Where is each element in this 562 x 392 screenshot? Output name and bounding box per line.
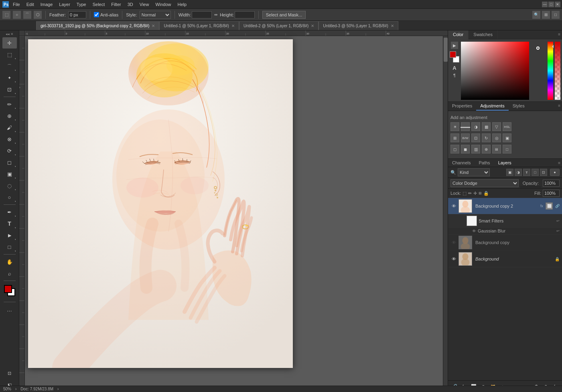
layer-mask-icon-1[interactable]: ⬜ bbox=[546, 202, 553, 210]
filter-shape-icon[interactable]: □ bbox=[532, 169, 539, 176]
adj-panel-menu[interactable]: ≡ bbox=[556, 102, 562, 111]
status-arrow2[interactable]: › bbox=[57, 387, 59, 391]
frame-tool[interactable]: ⊡ bbox=[2, 368, 17, 379]
crop-tool[interactable]: ⊡ bbox=[2, 84, 17, 95]
lock-artboard-icon[interactable]: ⊞ bbox=[479, 191, 482, 195]
menu-3d[interactable]: 3D bbox=[124, 1, 136, 8]
antialiased-check[interactable]: Anti-alias bbox=[94, 12, 118, 17]
tab-4-close[interactable]: ✕ bbox=[391, 24, 394, 28]
type-tool[interactable]: T bbox=[2, 218, 17, 229]
style-select[interactable]: Normal Fixed Ratio Fixed Size bbox=[140, 11, 171, 19]
tab-channels[interactable]: Channels bbox=[448, 159, 475, 167]
tool-shape-poly[interactable]: ⬡ bbox=[34, 11, 42, 19]
tool-shape-lasso[interactable]: ⌒ bbox=[23, 11, 31, 19]
link-wh-icon[interactable]: ⇔ bbox=[214, 12, 217, 17]
tab-1[interactable]: girl-3033718_1920.jpg @ 50% (Background … bbox=[36, 21, 159, 30]
layers-panel-menu[interactable]: ≡ bbox=[556, 159, 562, 167]
foreground-color-swatch[interactable] bbox=[4, 285, 12, 293]
tab-3-close[interactable]: ✕ bbox=[311, 24, 314, 28]
history-brush-tool[interactable]: ⟳ bbox=[2, 145, 17, 156]
tab-4[interactable]: Untitled-3 @ 50% (Layer 1, RGB/8#) ✕ bbox=[319, 21, 398, 30]
tab-adjustments[interactable]: Adjustments bbox=[476, 102, 509, 111]
menu-image[interactable]: Image bbox=[37, 1, 56, 8]
lasso-tool[interactable]: ⌒ bbox=[2, 61, 17, 72]
adj-photofilter-icon[interactable]: ⊡ bbox=[471, 133, 480, 142]
tab-2-close[interactable]: ✕ bbox=[231, 24, 235, 28]
tab-layers[interactable]: Layers bbox=[494, 159, 515, 167]
layer-filter-select[interactable]: Kind Name Effect Mode Attribute Color bbox=[458, 168, 490, 176]
fg-color-box[interactable] bbox=[450, 51, 456, 58]
tab-styles[interactable]: Styles bbox=[509, 102, 529, 111]
tab-color[interactable]: Color bbox=[448, 30, 469, 39]
menu-window[interactable]: Window bbox=[152, 1, 174, 8]
shape-tool[interactable]: □ bbox=[2, 241, 17, 253]
filter-type-icon[interactable]: T bbox=[523, 169, 530, 176]
adj-selective-color-icon[interactable]: ⊕ bbox=[482, 145, 491, 154]
move-tool[interactable]: ✛ bbox=[2, 37, 17, 48]
gradient-tool[interactable]: ▣ bbox=[2, 168, 17, 180]
adj-pattern-icon[interactable]: ▤ bbox=[492, 145, 501, 154]
hand-tool[interactable]: ✋ bbox=[2, 256, 17, 267]
eraser-tool[interactable]: ◻ bbox=[2, 157, 17, 168]
tab-1-close[interactable]: ✕ bbox=[152, 24, 155, 28]
menu-select[interactable]: Select bbox=[89, 1, 108, 8]
menu-help[interactable]: Help bbox=[174, 1, 190, 8]
adj-hsl-icon[interactable]: HSL bbox=[503, 122, 511, 131]
vertical-scrollbar[interactable] bbox=[443, 36, 448, 386]
adj-posterize-icon[interactable]: ◻ bbox=[450, 145, 459, 154]
color-panel-menu[interactable]: ≡ bbox=[556, 30, 562, 39]
adj-gradient-map-icon[interactable]: ▥ bbox=[471, 145, 480, 154]
dodge-tool[interactable]: ○ bbox=[2, 192, 17, 203]
adj-invert-icon[interactable]: ▣ bbox=[503, 133, 511, 142]
gaussian-blur-options[interactable]: ↩ bbox=[556, 229, 560, 233]
layer-visibility-eye-3[interactable]: 👁 bbox=[450, 256, 457, 262]
layer-filter-toggle[interactable]: ● bbox=[550, 169, 560, 176]
tab-3[interactable]: Untitled-2 @ 50% (Layer 1, RGB/8#) ✕ bbox=[239, 21, 319, 30]
adj-colorbalance-icon[interactable]: ⊞ bbox=[450, 133, 459, 142]
lock-all-icon[interactable]: 🔒 bbox=[483, 191, 489, 196]
gaussian-blur-eye[interactable]: 👁 bbox=[472, 229, 476, 233]
play-btn[interactable]: ▶ bbox=[451, 42, 458, 49]
marquee-tool[interactable]: ⬚ bbox=[2, 49, 17, 60]
lock-paint-icon[interactable]: ✏ bbox=[468, 191, 472, 196]
tab-2[interactable]: Untitled-1 @ 50% (Layer 1, RGB/8#) ✕ bbox=[159, 21, 239, 30]
menu-file[interactable]: File bbox=[10, 1, 23, 8]
pen-tool[interactable]: ✒ bbox=[2, 206, 17, 218]
tab-properties[interactable]: Properties bbox=[448, 102, 476, 111]
filter-smart-icon[interactable]: ⊡ bbox=[540, 169, 547, 176]
maximize-btn[interactable]: □ bbox=[548, 2, 554, 7]
adj-bw-icon[interactable]: B/W bbox=[461, 133, 470, 142]
brush-tool[interactable]: 🖌 bbox=[2, 122, 17, 133]
zoom-tool[interactable]: ⌕ bbox=[2, 268, 17, 279]
adj-levels-icon[interactable]: ▬▬▬ bbox=[461, 122, 470, 131]
filter-pixel-icon[interactable]: ▣ bbox=[506, 169, 513, 176]
hue-slider[interactable] bbox=[548, 42, 553, 100]
blur-tool[interactable]: ◌ bbox=[2, 180, 17, 191]
para-color-btn[interactable]: ¶ bbox=[453, 73, 455, 78]
menu-view[interactable]: View bbox=[136, 1, 152, 8]
menu-edit[interactable]: Edit bbox=[23, 1, 37, 8]
toolbar-close-btn[interactable]: ✕ bbox=[10, 32, 14, 36]
blend-mode-select[interactable]: Color Dodge Normal Dissolve Multiply Scr… bbox=[450, 179, 519, 187]
fill-input[interactable] bbox=[543, 190, 560, 197]
menu-type[interactable]: Type bbox=[73, 1, 89, 8]
search-icon[interactable]: 🔍 bbox=[532, 11, 540, 19]
heal-tool[interactable]: ⊕ bbox=[2, 110, 17, 121]
type-color-btn[interactable]: A bbox=[452, 65, 456, 71]
arrange-icon[interactable]: □ bbox=[552, 11, 560, 19]
color-spectrum[interactable] bbox=[461, 42, 529, 100]
close-btn[interactable]: ✕ bbox=[555, 2, 560, 7]
filter-adjustment-icon[interactable]: ◑ bbox=[515, 169, 522, 176]
opacity-input[interactable] bbox=[543, 180, 560, 187]
status-arrow[interactable]: › bbox=[15, 387, 16, 391]
tab-paths[interactable]: Paths bbox=[475, 159, 494, 167]
path-select-tool[interactable]: ▶ bbox=[2, 230, 17, 241]
layer-visibility-eye-2[interactable]: 👁 bbox=[450, 239, 457, 246]
more-tools-btn[interactable]: … bbox=[2, 304, 17, 315]
feather-input[interactable] bbox=[68, 11, 86, 18]
minimize-btn[interactable]: — bbox=[542, 2, 548, 7]
adj-channelmixer-icon[interactable]: ↻ bbox=[482, 133, 491, 142]
layer-bg-copy[interactable]: 👁 Background copy bbox=[448, 234, 562, 251]
select-and-mask-btn[interactable]: Select and Mask... bbox=[262, 11, 306, 19]
menu-layer[interactable]: Layer bbox=[56, 1, 73, 8]
